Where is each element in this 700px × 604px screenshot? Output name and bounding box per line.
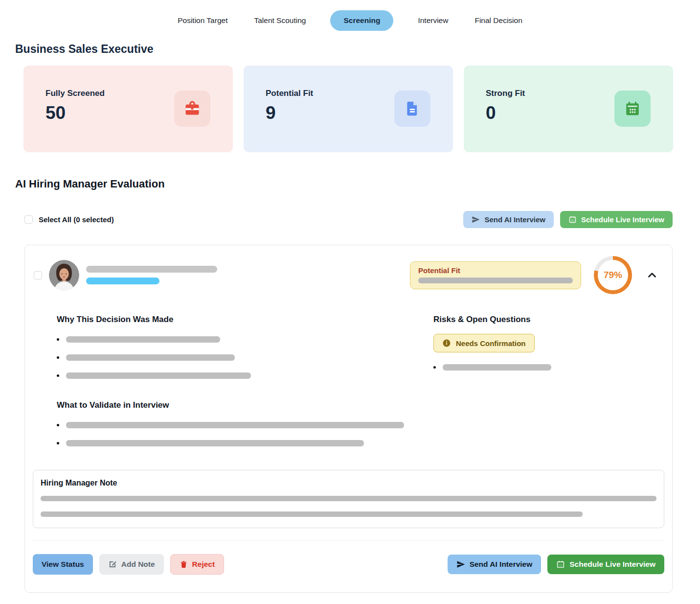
skeleton-bar: [66, 372, 251, 379]
toolbar-actions: Send AI Interview Schedule Live Intervie…: [463, 211, 673, 228]
skeleton-bar: [66, 354, 235, 361]
fit-badge-label: Potential Fit: [418, 266, 573, 275]
info-icon: [442, 339, 451, 348]
skeleton-bar: [41, 496, 656, 501]
send-ai-interview-label: Send AI Interview: [484, 215, 545, 224]
collapse-button[interactable]: [646, 269, 658, 281]
skeleton-bar: [443, 364, 551, 371]
divider: [33, 540, 664, 541]
bullet-dot: [57, 442, 59, 444]
briefcase-icon: [174, 91, 210, 127]
left-column: Why This Decision Was Made What to Valid…: [57, 315, 404, 446]
validate-list: [57, 422, 404, 446]
paper-plane-icon: [472, 215, 480, 224]
bullet-dot: [57, 338, 59, 341]
fit-badge: Potential Fit: [410, 261, 581, 289]
actions-right: Send AI Interview Schedule Live Intervie…: [448, 555, 664, 574]
paper-plane-icon: [456, 560, 465, 569]
evaluation-toolbar: Select All (0 selected) Send AI Intervie…: [24, 211, 673, 228]
list-item: [57, 372, 404, 379]
tab-interview[interactable]: Interview: [416, 10, 450, 31]
skeleton-bar: [41, 511, 583, 517]
skeleton-bar: [66, 440, 364, 446]
calendar-icon: [556, 560, 565, 569]
add-note-button[interactable]: Add Note: [99, 554, 164, 575]
stats-row: Fully Screened 50 Potential Fit 9 Strong…: [23, 66, 673, 152]
page-title: Business Sales Executive: [15, 43, 700, 56]
skeleton-bar: [66, 422, 404, 428]
candidate-name-skeleton: [86, 266, 217, 284]
tab-talent-scouting[interactable]: Talent Scouting: [252, 10, 308, 31]
candidate-header: Potential Fit 79%: [33, 256, 664, 294]
skeleton-bar-highlight: [86, 278, 159, 284]
view-status-button[interactable]: View Status: [33, 554, 93, 575]
list-item: [57, 336, 404, 343]
fit-score-ring-inner: 79%: [598, 260, 628, 290]
stat-card-fully-screened: Fully Screened 50: [23, 66, 233, 152]
stat-card-potential-fit: Potential Fit 9: [244, 66, 453, 152]
chevron-up-icon: [646, 269, 658, 281]
validate-title: What to Validate in Interview: [57, 400, 404, 410]
candidate-checkbox[interactable]: [34, 271, 42, 279]
candidate-actions: View Status Add Note: [33, 554, 664, 575]
right-column: Risks & Open Questions Needs Confirmatio…: [433, 315, 674, 446]
candidate-body: Why This Decision Was Made What to Valid…: [57, 315, 664, 446]
bullet-dot: [57, 374, 59, 377]
bullet-dot: [57, 424, 59, 426]
why-decision-list: [57, 336, 404, 379]
document-icon: [394, 91, 430, 127]
reject-button[interactable]: Reject: [170, 554, 225, 575]
note-title: Hiring Manager Note: [41, 479, 656, 488]
calendar-icon: [568, 215, 577, 224]
risks-title: Risks & Open Questions: [433, 315, 674, 325]
schedule-live-interview-label: Schedule Live Interview: [581, 215, 664, 224]
schedule-live-interview-button[interactable]: Schedule Live Interview: [560, 211, 673, 228]
view-status-label: View Status: [42, 560, 84, 569]
send-ai-interview-button[interactable]: Send AI Interview: [463, 211, 553, 228]
list-item: [57, 354, 404, 361]
hiring-manager-note[interactable]: Hiring Manager Note: [33, 470, 664, 528]
candidate-avatar: [49, 260, 79, 290]
send-ai-interview-label: Send AI Interview: [470, 560, 533, 569]
risks-list: [433, 364, 674, 371]
select-all: Select All (0 selected): [24, 215, 114, 224]
candidate-card: Potential Fit 79% Why This Decision Was …: [24, 245, 673, 593]
tab-final-decision[interactable]: Final Decision: [473, 10, 524, 31]
list-item: [57, 422, 404, 428]
schedule-live-interview-label: Schedule Live Interview: [569, 560, 655, 569]
section-title: AI Hiring Manager Evaluation: [15, 178, 700, 190]
bullet-dot: [57, 356, 59, 359]
tab-screening[interactable]: Screening: [330, 10, 393, 31]
skeleton-bar: [86, 266, 217, 273]
fit-score-label: 79%: [604, 270, 622, 280]
select-all-label: Select All (0 selected): [39, 215, 114, 224]
schedule-live-interview-button[interactable]: Schedule Live Interview: [547, 555, 664, 574]
trash-icon: [180, 560, 188, 569]
fit-progress-bar: [418, 278, 573, 283]
stat-card-strong-fit: Strong Fit 0: [464, 66, 673, 152]
why-decision-title: Why This Decision Was Made: [57, 315, 404, 325]
validate-block: What to Validate in Interview: [57, 400, 404, 446]
skeleton-bar: [66, 336, 220, 343]
needs-confirmation-label: Needs Confirmation: [456, 339, 526, 348]
bullet-dot: [433, 366, 436, 369]
fit-score-ring: 79%: [594, 256, 632, 294]
workflow-tabs: Position Target Talent Scouting Screenin…: [0, 0, 700, 31]
reject-label: Reject: [192, 560, 215, 569]
list-item: [433, 364, 674, 371]
tab-position-target[interactable]: Position Target: [176, 10, 229, 31]
actions-left: View Status Add Note: [33, 554, 224, 575]
select-all-checkbox[interactable]: [24, 215, 33, 224]
edit-icon: [108, 560, 117, 569]
send-ai-interview-button[interactable]: Send AI Interview: [448, 555, 542, 574]
list-item: [57, 440, 404, 446]
add-note-label: Add Note: [121, 560, 155, 569]
calendar-icon: [614, 91, 651, 127]
needs-confirmation-badge: Needs Confirmation: [433, 334, 535, 352]
